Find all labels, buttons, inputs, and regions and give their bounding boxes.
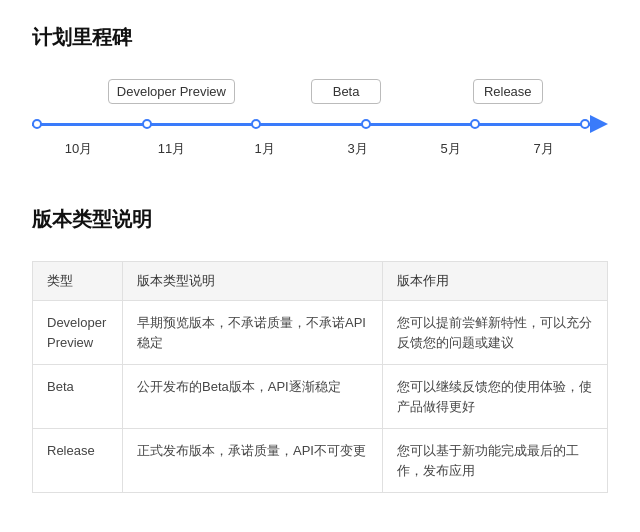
col-header-usage: 版本作用	[383, 262, 608, 301]
timeline-section: 计划里程碑 Developer Preview Beta Release	[32, 24, 608, 158]
table-header-row: 类型 版本类型说明 版本作用	[33, 262, 608, 301]
row-desc-release: 正式发布版本，承诺质量，API不可变更	[123, 429, 383, 493]
timeline-axis-row	[32, 114, 608, 134]
dot-mar	[361, 119, 371, 129]
phase-box-release: Release	[433, 79, 582, 104]
table-row: Beta 公开发布的Beta版本，API逐渐稳定 您可以继续反馈您的使用体验，使…	[33, 365, 608, 429]
timeline-dots-row	[32, 119, 590, 129]
dot-oct	[32, 119, 42, 129]
timeline-arrow	[590, 115, 608, 133]
col-header-type: 类型	[33, 262, 123, 301]
phase-label-beta: Beta	[311, 79, 381, 104]
row-type-beta: Beta	[33, 365, 123, 429]
month-mar: 3月	[311, 140, 404, 158]
version-table: 类型 版本类型说明 版本作用 Developer Preview 早期预览版本，…	[32, 261, 608, 493]
row-desc-developer-preview: 早期预览版本，不承诺质量，不承诺API稳定	[123, 301, 383, 365]
phase-label-developer-preview: Developer Preview	[108, 79, 235, 104]
row-type-release: Release	[33, 429, 123, 493]
dot-jul	[580, 119, 590, 129]
row-desc-beta: 公开发布的Beta版本，API逐渐稳定	[123, 365, 383, 429]
table-row: Release 正式发布版本，承诺质量，API不可变更 您可以基于新功能完成最后…	[33, 429, 608, 493]
row-usage-release: 您可以基于新功能完成最后的工作，发布应用	[383, 429, 608, 493]
month-may: 5月	[404, 140, 497, 158]
phase-label-release: Release	[473, 79, 543, 104]
month-jul: 7月	[497, 140, 590, 158]
phase-box-developer-preview: Developer Preview	[84, 79, 259, 104]
version-title: 版本类型说明	[32, 206, 608, 233]
table-row: Developer Preview 早期预览版本，不承诺质量，不承诺API稳定 …	[33, 301, 608, 365]
month-labels-row: 10月 11月 1月 3月 5月 7月	[32, 140, 608, 158]
month-nov: 11月	[125, 140, 218, 158]
dot-jan	[251, 119, 261, 129]
phase-labels-row: Developer Preview Beta Release	[84, 79, 582, 104]
month-oct: 10月	[32, 140, 125, 158]
col-header-desc: 版本类型说明	[123, 262, 383, 301]
timeline-outer: Developer Preview Beta Release	[32, 79, 608, 158]
timeline-line	[32, 114, 590, 134]
month-jan: 1月	[218, 140, 311, 158]
row-type-developer-preview: Developer Preview	[33, 301, 123, 365]
phase-box-beta: Beta	[259, 79, 434, 104]
timeline-title: 计划里程碑	[32, 24, 608, 51]
dot-may	[470, 119, 480, 129]
row-usage-beta: 您可以继续反馈您的使用体验，使产品做得更好	[383, 365, 608, 429]
row-usage-developer-preview: 您可以提前尝鲜新特性，可以充分反馈您的问题或建议	[383, 301, 608, 365]
dot-nov	[142, 119, 152, 129]
version-section: 版本类型说明 类型 版本类型说明 版本作用 Developer Preview …	[32, 206, 608, 493]
